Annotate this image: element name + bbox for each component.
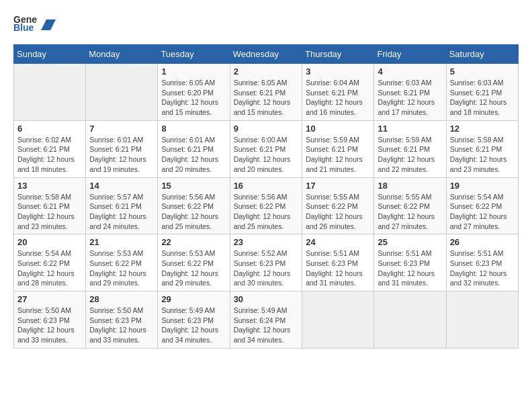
column-header-monday: Monday (86, 45, 158, 64)
day-info: Sunrise: 5:50 AMSunset: 6:23 PMDaylight:… (17, 306, 82, 345)
day-info: Sunrise: 6:02 AMSunset: 6:21 PMDaylight:… (17, 135, 82, 175)
calendar-cell (302, 291, 374, 349)
day-number: 27 (17, 294, 82, 304)
day-number: 2 (234, 66, 299, 77)
calendar-cell: 26Sunrise: 5:51 AMSunset: 6:23 PMDayligh… (446, 234, 518, 291)
day-number: 4 (378, 66, 442, 77)
calendar-cell: 14Sunrise: 5:57 AMSunset: 6:21 PMDayligh… (86, 177, 158, 234)
day-number: 17 (306, 181, 370, 191)
column-header-saturday: Saturday (446, 45, 518, 64)
day-info: Sunrise: 6:04 AMSunset: 6:21 PMDaylight:… (306, 78, 370, 118)
day-number: 30 (234, 294, 299, 304)
calendar-cell: 15Sunrise: 5:56 AMSunset: 6:22 PMDayligh… (158, 177, 230, 234)
calendar-header-row: SundayMondayTuesdayWednesdayThursdayFrid… (14, 45, 519, 64)
column-header-tuesday: Tuesday (158, 45, 230, 64)
calendar-cell: 11Sunrise: 5:59 AMSunset: 6:21 PMDayligh… (374, 120, 446, 177)
page-header: General Blue (13, 13, 519, 34)
day-number: 13 (17, 181, 82, 191)
column-header-wednesday: Wednesday (230, 45, 302, 64)
calendar-cell: 30Sunrise: 5:49 AMSunset: 6:24 PMDayligh… (230, 291, 302, 349)
calendar-cell: 22Sunrise: 5:53 AMSunset: 6:22 PMDayligh… (158, 234, 230, 291)
day-number: 23 (234, 237, 299, 247)
day-info: Sunrise: 5:59 AMSunset: 6:21 PMDaylight:… (306, 135, 370, 175)
calendar-cell: 3Sunrise: 6:04 AMSunset: 6:21 PMDaylight… (302, 64, 374, 121)
column-header-thursday: Thursday (302, 45, 374, 64)
calendar-week-row: 20Sunrise: 5:54 AMSunset: 6:22 PMDayligh… (14, 234, 519, 291)
calendar-cell (14, 64, 86, 121)
calendar-cell: 10Sunrise: 5:59 AMSunset: 6:21 PMDayligh… (302, 120, 374, 177)
day-number: 6 (17, 124, 82, 134)
day-number: 14 (89, 181, 154, 191)
day-info: Sunrise: 5:51 AMSunset: 6:23 PMDaylight:… (450, 248, 515, 288)
day-info: Sunrise: 5:56 AMSunset: 6:22 PMDaylight:… (161, 192, 226, 232)
day-number: 18 (378, 181, 442, 191)
day-number: 7 (89, 124, 154, 134)
day-info: Sunrise: 5:51 AMSunset: 6:23 PMDaylight:… (306, 248, 370, 288)
logo-icon: General Blue (13, 13, 38, 34)
logo-chevron-icon (41, 19, 56, 30)
calendar-cell (374, 291, 446, 349)
day-info: Sunrise: 6:05 AMSunset: 6:20 PMDaylight:… (161, 78, 226, 118)
calendar-cell: 6Sunrise: 6:02 AMSunset: 6:21 PMDaylight… (14, 120, 86, 177)
day-number: 25 (378, 237, 442, 247)
day-info: Sunrise: 5:49 AMSunset: 6:24 PMDaylight:… (234, 306, 299, 345)
day-info: Sunrise: 5:49 AMSunset: 6:23 PMDaylight:… (161, 306, 226, 345)
day-info: Sunrise: 6:05 AMSunset: 6:21 PMDaylight:… (234, 78, 299, 118)
calendar-cell: 25Sunrise: 5:51 AMSunset: 6:23 PMDayligh… (374, 234, 446, 291)
calendar-cell: 20Sunrise: 5:54 AMSunset: 6:22 PMDayligh… (14, 234, 86, 291)
day-info: Sunrise: 6:01 AMSunset: 6:21 PMDaylight:… (89, 135, 154, 175)
day-info: Sunrise: 5:54 AMSunset: 6:22 PMDaylight:… (17, 248, 82, 288)
day-number: 24 (306, 237, 370, 247)
calendar-cell: 24Sunrise: 5:51 AMSunset: 6:23 PMDayligh… (302, 234, 374, 291)
day-number: 20 (17, 237, 82, 247)
day-number: 16 (234, 181, 299, 191)
day-info: Sunrise: 6:01 AMSunset: 6:21 PMDaylight:… (161, 135, 226, 175)
calendar-cell: 7Sunrise: 6:01 AMSunset: 6:21 PMDaylight… (86, 120, 158, 177)
day-number: 5 (450, 66, 515, 77)
calendar-cell: 17Sunrise: 5:55 AMSunset: 6:22 PMDayligh… (302, 177, 374, 234)
calendar-table: SundayMondayTuesdayWednesdayThursdayFrid… (13, 44, 519, 349)
day-number: 1 (161, 66, 226, 77)
day-info: Sunrise: 5:56 AMSunset: 6:22 PMDaylight:… (234, 192, 299, 232)
day-number: 15 (161, 181, 226, 191)
calendar-cell: 18Sunrise: 5:55 AMSunset: 6:22 PMDayligh… (374, 177, 446, 234)
day-info: Sunrise: 5:57 AMSunset: 6:21 PMDaylight:… (89, 192, 154, 232)
day-info: Sunrise: 6:03 AMSunset: 6:21 PMDaylight:… (450, 78, 515, 118)
calendar-week-row: 13Sunrise: 5:58 AMSunset: 6:21 PMDayligh… (14, 177, 519, 234)
calendar-cell: 28Sunrise: 5:50 AMSunset: 6:23 PMDayligh… (86, 291, 158, 349)
day-info: Sunrise: 5:59 AMSunset: 6:21 PMDaylight:… (378, 135, 442, 175)
day-number: 29 (161, 294, 226, 304)
day-info: Sunrise: 5:58 AMSunset: 6:21 PMDaylight:… (450, 135, 515, 175)
calendar-cell: 8Sunrise: 6:01 AMSunset: 6:21 PMDaylight… (158, 120, 230, 177)
calendar-week-row: 1Sunrise: 6:05 AMSunset: 6:20 PMDaylight… (14, 64, 519, 121)
calendar-cell: 29Sunrise: 5:49 AMSunset: 6:23 PMDayligh… (158, 291, 230, 349)
day-info: Sunrise: 5:55 AMSunset: 6:22 PMDaylight:… (378, 192, 442, 232)
calendar-cell: 1Sunrise: 6:05 AMSunset: 6:20 PMDaylight… (158, 64, 230, 121)
column-header-sunday: Sunday (14, 45, 86, 64)
calendar-cell: 19Sunrise: 5:54 AMSunset: 6:22 PMDayligh… (446, 177, 518, 234)
calendar-cell (446, 291, 518, 349)
day-info: Sunrise: 6:03 AMSunset: 6:21 PMDaylight:… (378, 78, 442, 118)
day-number: 3 (306, 66, 370, 77)
day-info: Sunrise: 5:52 AMSunset: 6:23 PMDaylight:… (234, 248, 299, 288)
day-number: 12 (450, 124, 515, 134)
calendar-week-row: 27Sunrise: 5:50 AMSunset: 6:23 PMDayligh… (14, 291, 519, 349)
day-info: Sunrise: 5:50 AMSunset: 6:23 PMDaylight:… (89, 306, 154, 345)
calendar-cell: 4Sunrise: 6:03 AMSunset: 6:21 PMDaylight… (374, 64, 446, 121)
logo: General Blue (13, 13, 56, 34)
day-number: 10 (306, 124, 370, 134)
day-info: Sunrise: 5:58 AMSunset: 6:21 PMDaylight:… (17, 192, 82, 232)
calendar-cell: 21Sunrise: 5:53 AMSunset: 6:22 PMDayligh… (86, 234, 158, 291)
day-number: 9 (234, 124, 299, 134)
day-number: 22 (161, 237, 226, 247)
day-info: Sunrise: 5:51 AMSunset: 6:23 PMDaylight:… (378, 248, 442, 288)
day-number: 8 (161, 124, 226, 134)
calendar-cell: 12Sunrise: 5:58 AMSunset: 6:21 PMDayligh… (446, 120, 518, 177)
day-info: Sunrise: 6:00 AMSunset: 6:21 PMDaylight:… (234, 135, 299, 175)
calendar-week-row: 6Sunrise: 6:02 AMSunset: 6:21 PMDaylight… (14, 120, 519, 177)
day-info: Sunrise: 5:53 AMSunset: 6:22 PMDaylight:… (89, 248, 154, 288)
calendar-cell: 13Sunrise: 5:58 AMSunset: 6:21 PMDayligh… (14, 177, 86, 234)
svg-text:Blue: Blue (13, 22, 34, 33)
day-info: Sunrise: 5:55 AMSunset: 6:22 PMDaylight:… (306, 192, 370, 232)
day-number: 11 (378, 124, 442, 134)
